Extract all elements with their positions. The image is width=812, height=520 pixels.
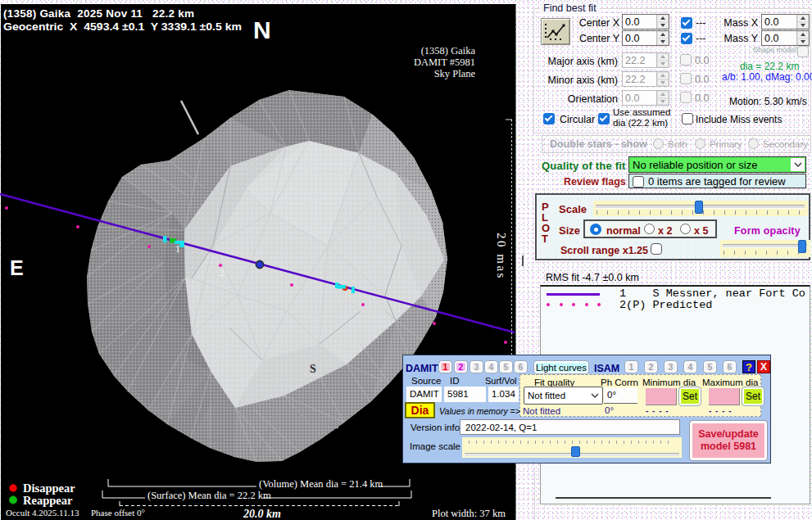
svg-text:20.0 km: 20.0 km (243, 508, 281, 520)
svg-text:1: 1 (347, 289, 352, 301)
svg-text:N: N (253, 16, 271, 43)
svg-text:Plot width: 37 km: Plot width: 37 km (432, 508, 506, 519)
svg-text:Geocentric X 4593.4 ±0.1 Y: Geocentric X 4593.4 ±0.1 Y 3339.1 ±0.5 k… (3, 20, 242, 33)
svg-text:1: 1 (175, 243, 180, 255)
svg-text:2: 2 (220, 266, 225, 278)
svg-text:E: E (10, 256, 24, 279)
svg-text:Reappear: Reappear (23, 494, 73, 507)
svg-text:Occult 4.2025.11.13: Occult 4.2025.11.13 (6, 508, 79, 518)
svg-text:20 mas: 20 mas (495, 233, 508, 280)
svg-text:Sky Plane: Sky Plane (434, 68, 476, 79)
svg-text:(1358) Gaika 2025 Nov 11 22: (1358) Gaika 2025 Nov 11 22.2 km (3, 7, 194, 20)
svg-text:DAMIT #5981: DAMIT #5981 (414, 57, 475, 68)
svg-text:(Surface) Mean dia = 22.2 km: (Surface) Mean dia = 22.2 km (147, 490, 271, 501)
svg-text:Phase offset 0°: Phase offset 0° (91, 508, 145, 518)
svg-text:(Volume) Mean dia = 21.4 km: (Volume) Mean dia = 21.4 km (259, 478, 383, 490)
svg-text:(1358) Gaika: (1358) Gaika (421, 45, 476, 57)
svg-text:S: S (310, 363, 316, 375)
